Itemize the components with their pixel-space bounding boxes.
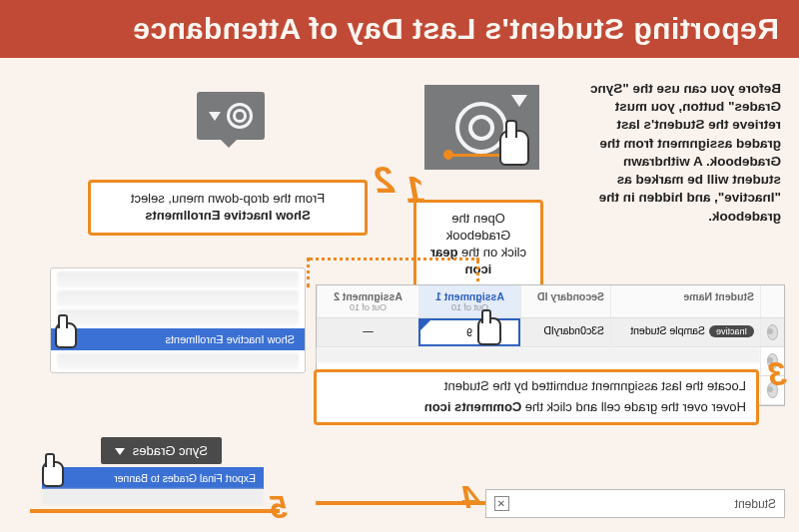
grade-cell-selected[interactable]: 9 <box>418 318 520 346</box>
step-number-5: 5 <box>270 489 288 526</box>
page-title-banner: Reporting Student's Last Day of Attendan… <box>0 0 799 58</box>
gear-dropdown-button[interactable] <box>197 92 265 140</box>
close-icon[interactable]: ✕ <box>494 496 509 511</box>
menu-item-blurred <box>57 290 299 306</box>
avatar-cell <box>760 318 784 346</box>
grade-cell[interactable]: — <box>317 318 418 346</box>
menu-item-export-final-grades[interactable]: Export Final Grades to Banner <box>42 467 264 489</box>
gear-icon <box>227 103 253 129</box>
step-number-2: 2 <box>375 160 395 202</box>
step3-callout: Locate the last assignment submitted by … <box>314 369 759 425</box>
pointer-hand-icon <box>55 322 77 348</box>
step-number-3: 3 <box>768 354 787 393</box>
student-detail-header: Student ✕ <box>485 489 785 518</box>
student-label: Student <box>735 497 776 511</box>
connector-line <box>451 154 503 157</box>
pointer-hand-icon <box>42 461 64 487</box>
intro-paragraph: Before you can use the "Sync Grades" but… <box>571 80 781 226</box>
dropdown-triangle-icon <box>511 95 527 107</box>
menu-item-blurred <box>57 271 299 287</box>
col-secondary-id[interactable]: Secondary ID <box>520 285 610 317</box>
inactive-badge: Inactive <box>709 325 754 337</box>
dropdown-triangle-icon <box>115 448 125 455</box>
menu-item-show-inactive[interactable]: Show Inactive Enrollments <box>51 328 305 350</box>
comments-corner-icon[interactable] <box>420 320 430 330</box>
dotted-connector <box>307 258 310 287</box>
menu-item-blurred <box>57 309 299 325</box>
sync-grades-button[interactable]: Sync Grades <box>101 437 222 464</box>
step2-callout: From the drop-down menu, select Show Ina… <box>88 180 368 236</box>
dropdown-triangle-icon <box>209 112 221 121</box>
pointer-hand-icon <box>499 130 529 166</box>
avatar-icon <box>767 324 778 340</box>
dotted-connector <box>310 258 479 261</box>
col-avatar <box>760 285 784 317</box>
menu-item-blurred <box>57 353 299 369</box>
col-assignment-2[interactable]: Assignment 2 Out of 10 <box>317 285 418 317</box>
student-name-cell[interactable]: InactiveSample Student <box>610 318 760 346</box>
pointer-hand-icon <box>477 317 501 345</box>
gear-dropdown-menu[interactable]: Show Inactive Enrollments <box>50 267 306 373</box>
col-assignment-1[interactable]: Assignment 1 Out of 10 <box>418 285 520 317</box>
secondary-id-cell: S3c0ndaryID <box>520 318 610 346</box>
table-header-row: Student Name Secondary ID Assignment 1 O… <box>317 285 784 318</box>
col-student-name[interactable]: Student Name <box>610 285 760 317</box>
menu-item-blurred <box>42 489 264 505</box>
page-title: Reporting Student's Last Day of Attendan… <box>133 12 779 45</box>
connector-bar <box>30 509 280 513</box>
step-number-4: 4 <box>461 479 479 516</box>
table-row: InactiveSample Student S3c0ndaryID 9 — <box>317 318 784 347</box>
